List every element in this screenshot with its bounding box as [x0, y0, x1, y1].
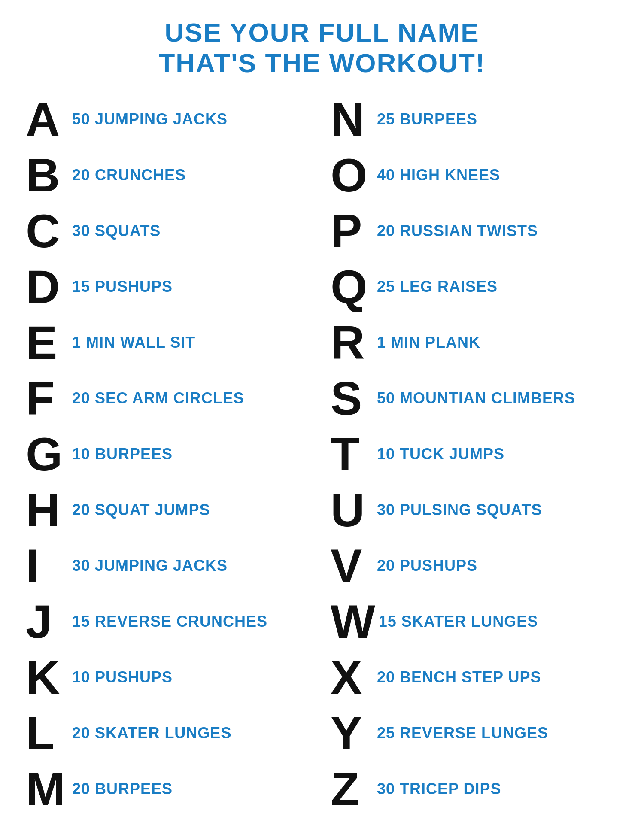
workout-exercise: 30 TRICEP DIPS [377, 780, 501, 798]
header-line2: THAT'S THE WORKOUT! [158, 48, 485, 78]
workout-letter: Q [331, 263, 374, 310]
workout-exercise: 15 PUSHUPS [72, 278, 173, 295]
workout-letter: A [26, 96, 69, 143]
workout-letter: D [26, 263, 69, 310]
workout-exercise: 30 PULSING SQUATS [377, 501, 542, 519]
workout-item-left: L20 SKATER LUNGES [26, 705, 313, 761]
workout-letter: M [26, 765, 69, 813]
workout-item-left: M20 BURPEES [26, 761, 313, 817]
workout-exercise: 1 MIN PLANK [377, 334, 480, 351]
workout-exercise: 25 REVERSE LUNGES [377, 725, 548, 742]
workout-letter: L [26, 710, 69, 757]
workout-item-right: Z30 TRICEP DIPS [331, 761, 618, 817]
workout-exercise: 1 MIN WALL SIT [72, 334, 195, 351]
workout-exercise: 20 SQUAT JUMPS [72, 501, 210, 519]
workout-item-right: Y25 REVERSE LUNGES [331, 705, 618, 761]
workout-item-left: E1 MIN WALL SIT [26, 315, 313, 370]
workout-item-right: Q25 LEG RAISES [331, 259, 618, 315]
workout-item-left: B20 CRUNCHES [26, 147, 313, 203]
workout-exercise: 30 JUMPING JACKS [72, 557, 228, 574]
workout-letter: K [26, 654, 69, 701]
workout-letter: P [331, 207, 374, 255]
workout-letter: J [26, 598, 69, 645]
workout-exercise: 10 TUCK JUMPS [377, 446, 504, 463]
workout-exercise: 25 BURPEES [377, 111, 477, 128]
workout-letter: G [26, 431, 69, 478]
workout-item-left: A50 JUMPING JACKS [26, 91, 313, 147]
workout-exercise: 15 SKATER LUNGES [379, 613, 538, 630]
workout-item-left: H20 SQUAT JUMPS [26, 482, 313, 538]
workout-exercise: 30 SQUATS [72, 222, 161, 240]
workout-item-left: C30 SQUATS [26, 203, 313, 259]
workout-exercise: 20 PUSHUPS [377, 557, 477, 574]
workout-letter: N [331, 96, 374, 143]
workout-letter: Y [331, 710, 374, 757]
workout-exercise: 10 BURPEES [72, 446, 173, 463]
workout-exercise: 15 REVERSE CRUNCHES [72, 613, 267, 630]
workout-exercise: 50 JUMPING JACKS [72, 111, 228, 128]
workout-exercise: 20 SEC ARM CIRCLES [72, 390, 244, 407]
workout-exercise: 20 BENCH STEP UPS [377, 669, 541, 686]
workout-item-right: O40 HIGH KNEES [331, 147, 618, 203]
workout-item-left: G10 BURPEES [26, 426, 313, 482]
workout-item-right: U30 PULSING SQUATS [331, 482, 618, 538]
workout-item-right: P20 RUSSIAN TWISTS [331, 203, 618, 259]
workout-item-left: F20 SEC ARM CIRCLES [26, 370, 313, 426]
workout-item-right: X20 BENCH STEP UPS [331, 649, 618, 705]
workout-letter: C [26, 207, 69, 255]
workout-letter: Z [331, 765, 374, 813]
workout-exercise: 50 MOUNTIAN CLIMBERS [377, 390, 575, 407]
workout-letter: F [26, 375, 69, 422]
workout-item-right: T10 TUCK JUMPS [331, 426, 618, 482]
workout-letter: O [331, 152, 374, 199]
workout-letter: W [331, 598, 375, 645]
workout-letter: R [331, 319, 374, 366]
workout-letter: X [331, 654, 374, 701]
workout-letter: E [26, 319, 69, 366]
workout-item-right: S50 MOUNTIAN CLIMBERS [331, 370, 618, 426]
workout-exercise: 20 RUSSIAN TWISTS [377, 222, 538, 240]
workout-item-right: V20 PUSHUPS [331, 538, 618, 594]
workout-item-left: K10 PUSHUPS [26, 649, 313, 705]
workout-item-left: D15 PUSHUPS [26, 259, 313, 315]
header-line1: USE YOUR FULL NAME [158, 17, 485, 48]
workout-exercise: 20 CRUNCHES [72, 167, 186, 184]
workout-item-left: I30 JUMPING JACKS [26, 538, 313, 594]
workout-item-right: R1 MIN PLANK [331, 315, 618, 370]
workout-letter: H [26, 486, 69, 534]
workout-letter: S [331, 375, 374, 422]
workout-item-left: J15 REVERSE CRUNCHES [26, 594, 313, 649]
workout-exercise: 25 LEG RAISES [377, 278, 498, 295]
workout-letter: I [26, 542, 69, 589]
workout-exercise: 40 HIGH KNEES [377, 167, 500, 184]
workout-exercise: 20 SKATER LUNGES [72, 725, 231, 742]
workout-letter: U [331, 486, 374, 534]
workout-letter: V [331, 542, 374, 589]
workout-exercise: 20 BURPEES [72, 780, 173, 798]
workout-letter: B [26, 152, 69, 199]
page-header: USE YOUR FULL NAME THAT'S THE WORKOUT! [158, 17, 485, 79]
workout-item-right: N25 BURPEES [331, 91, 618, 147]
workout-item-right: W15 SKATER LUNGES [331, 594, 618, 649]
workout-grid: A50 JUMPING JACKSN25 BURPEESB20 CRUNCHES… [26, 91, 618, 817]
workout-exercise: 10 PUSHUPS [72, 669, 173, 686]
workout-letter: T [331, 431, 374, 478]
